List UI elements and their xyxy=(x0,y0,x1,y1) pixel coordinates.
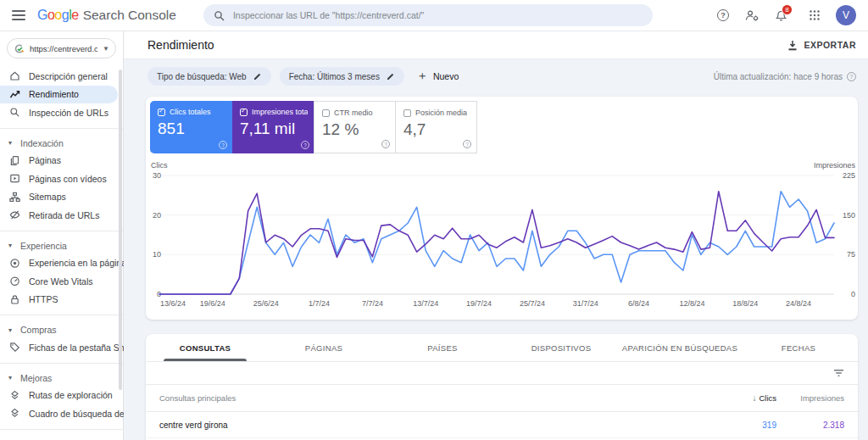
help-icon[interactable]: ? xyxy=(715,8,731,23)
section-experiencia[interactable]: ▾ Experiencia xyxy=(0,237,123,254)
svg-text:0: 0 xyxy=(851,290,855,298)
metric-card-ctr[interactable]: CTR medio 12 % ? xyxy=(314,101,396,153)
date-filter-chip[interactable]: Fecha: Últimos 3 meses xyxy=(280,67,404,86)
metric-card-clics-totales[interactable]: Clics totales 851 ? xyxy=(150,101,232,153)
svg-text:19/6/24: 19/6/24 xyxy=(200,299,225,308)
sidebar-item-experiencia-pagina[interactable]: Experiencia en la página xyxy=(0,254,118,273)
help-circle-icon[interactable]: ? xyxy=(219,141,227,149)
sidebar-item-retirada-urls[interactable]: Retirada de URLs xyxy=(0,206,118,225)
svg-text:10: 10 xyxy=(153,250,161,259)
svg-text:Clics: Clics xyxy=(151,161,168,170)
account-avatar[interactable]: V xyxy=(836,5,856,25)
sidebar-item-https[interactable]: HTTPS xyxy=(0,291,118,309)
caret-down-icon: ▾ xyxy=(8,374,15,382)
sidebar-item-fichas-shopping[interactable]: Fichas de la pestaña Sh... xyxy=(0,338,118,357)
new-filter-button[interactable]: ＋ Nuevo xyxy=(416,69,459,84)
divider xyxy=(0,315,123,315)
export-button[interactable]: EXPORTAR xyxy=(787,40,856,51)
sidebar-item-inspeccion-urls[interactable]: Inspección de URLs xyxy=(0,103,118,122)
column-header-clics[interactable]: ↓Clics xyxy=(683,393,776,403)
google-logo: Google xyxy=(37,8,79,23)
tab-consultas[interactable]: CONSULTAS xyxy=(146,334,264,361)
notification-count-badge: 8 xyxy=(782,4,793,15)
metric-value: 12 % xyxy=(322,120,388,139)
svg-text:225: 225 xyxy=(843,171,855,180)
app-logo[interactable]: Google Search Console xyxy=(37,8,176,23)
price-tag-icon xyxy=(9,342,20,353)
search-input[interactable] xyxy=(233,10,643,20)
metric-value: 7,11 mil xyxy=(240,120,308,138)
section-compras[interactable]: ▾ Compras xyxy=(0,321,123,338)
divider xyxy=(0,429,123,430)
sidebar-item-core-web-vitals[interactable]: Core Web Vitals xyxy=(0,272,118,291)
metric-card-posicion[interactable]: Posición media 4,7 ? xyxy=(395,101,477,153)
breadcrumbs-icon xyxy=(9,390,20,401)
section-indexacion[interactable]: ▾ Indexación xyxy=(0,135,123,152)
sidebar-item-paginas[interactable]: Páginas xyxy=(0,152,118,170)
plus-icon: ＋ xyxy=(416,69,428,84)
svg-text:6/8/24: 6/8/24 xyxy=(628,299,649,308)
sidebar-scrollbar[interactable] xyxy=(119,70,122,390)
site-favicon xyxy=(14,43,25,54)
metric-value: 4,7 xyxy=(403,120,470,139)
user-settings-icon[interactable] xyxy=(744,8,760,23)
metric-value: 851 xyxy=(158,120,225,138)
checkbox-posicion[interactable] xyxy=(403,109,411,117)
svg-text:1/7/24: 1/7/24 xyxy=(309,299,330,308)
tab-paises[interactable]: PAÍSES xyxy=(383,334,502,361)
svg-text:19/7/24: 19/7/24 xyxy=(466,299,492,308)
google-apps-grid-icon[interactable] xyxy=(807,8,822,23)
section-seguridad-acciones[interactable]: ▸ Seguridad y Acciones manuales xyxy=(0,436,123,440)
divider xyxy=(0,231,123,231)
column-header-consultas[interactable]: Consultas principales xyxy=(146,393,683,403)
divider xyxy=(0,128,123,129)
checkbox-impresiones[interactable] xyxy=(240,109,248,116)
svg-text:24/8/24: 24/8/24 xyxy=(786,299,811,308)
url-inspection-searchbox[interactable] xyxy=(203,4,653,26)
tab-dispositivos[interactable]: DISPOSITIVOS xyxy=(502,334,620,361)
sidebar-navigation: https://centreverd.c... ▼ Descripción ge… xyxy=(0,31,124,440)
hamburger-menu-icon[interactable] xyxy=(12,10,25,20)
pages-icon xyxy=(9,155,20,166)
section-mejoras[interactable]: ▾ Mejoras xyxy=(0,370,123,387)
tab-fechas[interactable]: FECHAS xyxy=(739,334,858,361)
edit-pencil-icon xyxy=(253,72,262,81)
metric-card-impresiones[interactable]: Impresiones total... 7,11 mil ? xyxy=(232,101,314,153)
notifications-bell-icon[interactable]: 8 xyxy=(773,8,788,23)
tab-paginas[interactable]: PÁGINAS xyxy=(264,334,383,361)
dimensions-table-card: CONSULTAS PÁGINAS PAÍSES DISPOSITIVOS AP… xyxy=(146,334,858,440)
line-chart[interactable]: ClicsImpresiones010203007515022513/6/241… xyxy=(146,158,858,319)
home-icon xyxy=(9,70,20,81)
sidebar-item-rutas-exploracion[interactable]: Rutas de exploración xyxy=(0,387,118,405)
help-circle-icon[interactable]: ? xyxy=(463,140,471,148)
sidebar-item-cuadro-busqueda[interactable]: Cuadro de búsqueda de... xyxy=(0,404,118,423)
chevron-down-icon: ▼ xyxy=(103,45,109,53)
svg-text:18/8/24: 18/8/24 xyxy=(732,299,758,308)
removals-eye-off-icon xyxy=(9,209,20,220)
svg-text:13/6/24: 13/6/24 xyxy=(160,299,186,308)
filter-list-icon[interactable] xyxy=(833,368,844,378)
sort-descending-icon: ↓ xyxy=(752,393,756,403)
edit-pencil-icon xyxy=(387,72,395,81)
download-icon xyxy=(787,40,798,51)
checkbox-clics[interactable] xyxy=(158,109,165,116)
tab-aparicion[interactable]: APARICIÓN EN BÚSQUEDAS xyxy=(620,334,739,361)
table-row[interactable]: centre verd girona 319 2.318 xyxy=(146,412,858,438)
search-type-filter-chip[interactable]: Tipo de búsqueda: Web xyxy=(147,67,271,86)
sidebar-item-descripcion-general[interactable]: Descripción general xyxy=(0,67,118,86)
column-header-impresiones[interactable]: Impresiones xyxy=(776,393,858,403)
property-url-label: https://centreverd.c... xyxy=(30,44,97,53)
svg-text:13/7/24: 13/7/24 xyxy=(413,299,438,308)
property-selector[interactable]: https://centreverd.c... ▼ xyxy=(7,38,116,58)
checkbox-ctr[interactable] xyxy=(322,109,330,117)
query-cell[interactable]: centre verd girona xyxy=(146,421,683,430)
performance-chart-card: Clics totales 851 ? Impresiones total...… xyxy=(146,97,858,320)
svg-text:Impresiones: Impresiones xyxy=(814,161,856,170)
help-circle-icon[interactable]: ? xyxy=(301,141,309,149)
help-circle-icon[interactable]: ? xyxy=(381,140,390,148)
caret-down-icon: ▾ xyxy=(8,242,15,249)
help-circle-icon[interactable]: ? xyxy=(847,72,856,81)
sidebar-item-sitemaps[interactable]: Sitemaps xyxy=(0,188,118,207)
sidebar-item-paginas-con-videos[interactable]: Páginas con vídeos xyxy=(0,170,118,188)
sidebar-item-rendimiento[interactable]: Rendimiento xyxy=(0,86,118,104)
